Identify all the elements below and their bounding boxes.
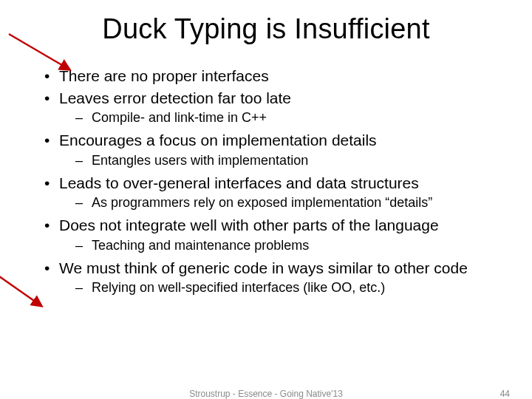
bullet-text: Encourages a focus on implementation det… — [59, 132, 377, 149]
sub-item: As programmers rely on exposed implement… — [72, 194, 497, 212]
slide-title: Duck Typing is Insufficient — [35, 13, 497, 45]
slide-number: 44 — [500, 389, 510, 399]
bullet-item: We must think of generic code in ways si… — [43, 258, 497, 297]
sub-list: Entangles users with implementation — [59, 152, 497, 170]
sub-item: Relying on well-specified interfaces (li… — [72, 279, 497, 297]
bullet-text: There are no proper interfaces — [59, 67, 269, 84]
arrow-annotation-icon — [0, 273, 47, 312]
sub-list: As programmers rely on exposed implement… — [59, 194, 497, 212]
bullet-text: Leads to over-general interfaces and dat… — [59, 174, 419, 191]
footer-text: Stroustrup - Essence - Going Native'13 — [0, 389, 532, 399]
slide: Duck Typing is Insufficient There are no… — [0, 0, 532, 399]
sub-list: Teaching and maintenance problems — [59, 237, 497, 255]
bullet-item: Leaves error detection far too late Comp… — [43, 88, 497, 127]
sub-item: Entangles users with implementation — [72, 152, 497, 170]
bullet-item: Does not integrate well with other parts… — [43, 215, 497, 254]
bullet-text: Leaves error detection far too late — [59, 89, 291, 106]
sub-item: Teaching and maintenance problems — [72, 237, 497, 255]
bullet-item: Encourages a focus on implementation det… — [43, 130, 497, 169]
bullet-list: There are no proper interfaces Leaves er… — [43, 66, 497, 297]
svg-line-1 — [0, 275, 41, 306]
bullet-item: Leads to over-general interfaces and dat… — [43, 173, 497, 212]
sub-list: Relying on well-specified interfaces (li… — [59, 279, 497, 297]
bullet-item: There are no proper interfaces — [43, 66, 497, 86]
bullet-text: Does not integrate well with other parts… — [59, 216, 439, 233]
sub-list: Compile- and link-time in C++ — [59, 109, 497, 127]
bullet-text: We must think of generic code in ways si… — [59, 259, 468, 276]
sub-item: Compile- and link-time in C++ — [72, 109, 497, 127]
